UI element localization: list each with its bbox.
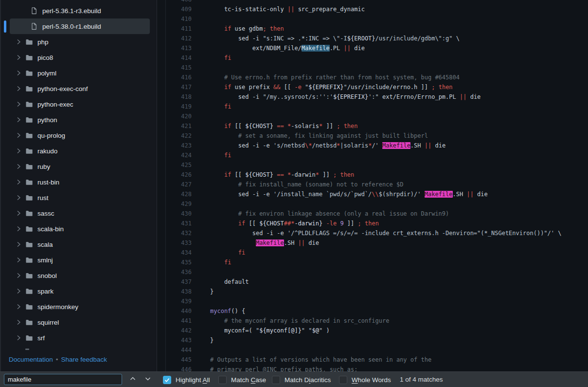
- code-line[interactable]: 443}: [157, 335, 588, 345]
- chevron-right-icon[interactable]: [15, 38, 22, 46]
- code-line[interactable]: 441 # the myconf array is declared in sr…: [157, 316, 588, 326]
- code-line[interactable]: 445# Outputs a list of versions which ha…: [157, 355, 588, 365]
- code-line[interactable]: 429: [157, 199, 588, 209]
- tree-item-folder[interactable]: python-exec-conf: [10, 81, 150, 96]
- code-editor[interactable]: 408409 tc-is-static-only || src_prepare_…: [157, 0, 588, 371]
- chevron-right-icon[interactable]: [15, 272, 22, 279]
- code-line[interactable]: 415: [157, 63, 588, 73]
- tree-item-folder[interactable]: sassc: [10, 205, 150, 221]
- chevron-right-icon[interactable]: [15, 318, 22, 326]
- chevron-right-icon[interactable]: [15, 334, 22, 342]
- code-line[interactable]: 421 if [[ ${CHOST} == *-solaris* ]] ; th…: [157, 121, 588, 131]
- code-line[interactable]: 409 tc-is-static-only || src_prepare_dyn…: [157, 4, 588, 14]
- chevron-right-icon[interactable]: [15, 178, 22, 186]
- code-line[interactable]: 435 fi: [157, 258, 588, 267]
- code-line[interactable]: 410: [157, 14, 588, 24]
- tree-item-folder[interactable]: python-exec: [10, 96, 150, 112]
- documentation-link[interactable]: Documentation: [9, 356, 53, 363]
- code-line[interactable]: 419 fi: [157, 102, 588, 111]
- tree-item-file[interactable]: perl-5.36.1-r3.ebuild: [10, 3, 150, 18]
- tree-item-folder[interactable]: rust-bin: [10, 174, 150, 190]
- tree-item-folder[interactable]: php: [10, 34, 150, 50]
- chevron-right-icon[interactable]: [15, 194, 22, 202]
- chevron-right-icon[interactable]: [15, 100, 22, 108]
- code-line[interactable]: 437 default: [157, 277, 588, 287]
- code-line[interactable]: 413 ext/NDBM_File/Makefile.PL || die: [157, 43, 588, 53]
- option-label[interactable]: Highlight All: [176, 376, 210, 384]
- chevron-right-icon[interactable]: [15, 116, 22, 124]
- tree-item-folder[interactable]: srf: [10, 330, 150, 346]
- chevron-right-icon[interactable]: [15, 240, 22, 248]
- tree-item-folder[interactable]: qu-prolog: [10, 128, 150, 143]
- match-case-option[interactable]: Match Case: [218, 372, 266, 387]
- code-line[interactable]: 414 fi: [157, 53, 588, 63]
- tree-item-folder[interactable]: spidermonkey: [10, 299, 150, 314]
- option-label[interactable]: Match Diacritics: [285, 376, 331, 384]
- tree-item-file[interactable]: perl-5.38.0-r1.ebuild: [10, 18, 150, 34]
- highlight-all-option[interactable]: Highlight All: [163, 372, 210, 387]
- code-line[interactable]: 440myconf() {: [157, 306, 588, 316]
- tree-item-folder[interactable]: squirrel: [10, 314, 150, 330]
- code-line[interactable]: 426 if [[ ${CHOST} == *-darwin* ]] ; the…: [157, 170, 588, 180]
- chevron-right-icon[interactable]: [15, 209, 22, 217]
- code-line[interactable]: 427 # fix install_name (soname) not to r…: [157, 180, 588, 189]
- chevron-right-icon[interactable]: [15, 287, 22, 295]
- tree-item-folder[interactable]: rust: [10, 190, 150, 205]
- code-line[interactable]: 423 sed -i -e 's/netbsd\*/netbsd*|solari…: [157, 141, 588, 150]
- search-input[interactable]: [4, 374, 122, 385]
- code-line[interactable]: 411 if use gdbm; then: [157, 24, 588, 34]
- code-line[interactable]: 416 # Use errno.h from prefix rather tha…: [157, 73, 588, 82]
- code-line[interactable]: 444: [157, 345, 588, 355]
- code-line[interactable]: 428 sed -i -e '/install_name `pwd/s/`pwd…: [157, 189, 588, 199]
- chevron-right-icon[interactable]: [15, 256, 22, 264]
- checked-checkbox[interactable]: [163, 376, 171, 384]
- code-line[interactable]: 446# primary perl @INC prefix paths, suc…: [157, 365, 588, 371]
- code-line[interactable]: 439: [157, 296, 588, 306]
- code-line[interactable]: 425: [157, 160, 588, 170]
- unchecked-checkbox[interactable]: [218, 376, 227, 384]
- code-line[interactable]: 420: [157, 111, 588, 121]
- tree-item-folder[interactable]: python: [10, 112, 150, 128]
- code-line[interactable]: 422 # set a soname, fix linking against …: [157, 131, 588, 141]
- tree-item-folder[interactable]: polyml: [10, 65, 150, 81]
- option-label[interactable]: Whole Words: [352, 376, 391, 384]
- unchecked-checkbox[interactable]: [272, 376, 280, 384]
- code-line[interactable]: 442 myconf=( "${myconf[@]}" "$@" ): [157, 326, 588, 335]
- whole-words-option[interactable]: Whole Words: [339, 372, 391, 387]
- code-line[interactable]: 430 # fix environ linkage absence (only …: [157, 209, 588, 219]
- code-line[interactable]: 417 if use prefix && [[ -e "${EPREFIX}"/…: [157, 82, 588, 92]
- code-line[interactable]: 438}: [157, 287, 588, 296]
- tree-item-folder[interactable]: smlnj: [10, 252, 150, 268]
- chevron-right-icon[interactable]: [15, 303, 22, 311]
- chevron-right-icon[interactable]: [15, 163, 22, 170]
- tree-item-folder[interactable]: scala-bin: [10, 221, 150, 237]
- code-line[interactable]: 412 sed -i "s:INC => .*:INC => \"-I${ERO…: [157, 34, 588, 43]
- code-line[interactable]: 432 sed -i -e '/^PLDLFLAGS =/s/=/= -incl…: [157, 228, 588, 238]
- code-line[interactable]: 418 sed -i "/my..sysroot/s:'':'${EPREFIX…: [157, 92, 588, 102]
- previous-match-button[interactable]: [126, 374, 140, 386]
- chevron-right-icon[interactable]: [15, 85, 22, 92]
- chevron-right-icon[interactable]: [15, 54, 22, 61]
- option-label[interactable]: Match Case: [231, 376, 266, 384]
- tree-item-folder[interactable]: spark: [10, 283, 150, 299]
- code-line[interactable]: 434 fi: [157, 248, 588, 258]
- code-line[interactable]: 408: [157, 0, 588, 4]
- chevron-right-icon[interactable]: [15, 131, 22, 139]
- tree-item-folder[interactable]: ruby: [10, 159, 150, 174]
- unchecked-checkbox[interactable]: [339, 376, 347, 384]
- next-match-button[interactable]: [141, 374, 155, 386]
- code-line[interactable]: 433 Makefile.SH || die: [157, 238, 588, 248]
- tree-item-folder[interactable]: snobol: [10, 268, 150, 283]
- share-feedback-link[interactable]: Share feedback: [61, 356, 107, 363]
- tree-item-folder[interactable]: scala: [10, 237, 150, 252]
- match-diacritics-option[interactable]: Match Diacritics: [272, 372, 331, 387]
- code-line[interactable]: 436: [157, 267, 588, 277]
- tree-item-folder[interactable]: pico8: [10, 50, 150, 65]
- code-line[interactable]: 431 if [[ ${CHOST##*-darwin} -le 9 ]] ; …: [157, 219, 588, 228]
- code-line[interactable]: 424 fi: [157, 150, 588, 160]
- chevron-right-icon[interactable]: [15, 225, 22, 233]
- chevron-right-icon[interactable]: [15, 147, 22, 155]
- code-text: if [[ ${CHOST##*-darwin} -le 9 ]] ; then: [210, 219, 379, 228]
- chevron-right-icon[interactable]: [15, 69, 22, 77]
- tree-item-folder[interactable]: rakudo: [10, 143, 150, 159]
